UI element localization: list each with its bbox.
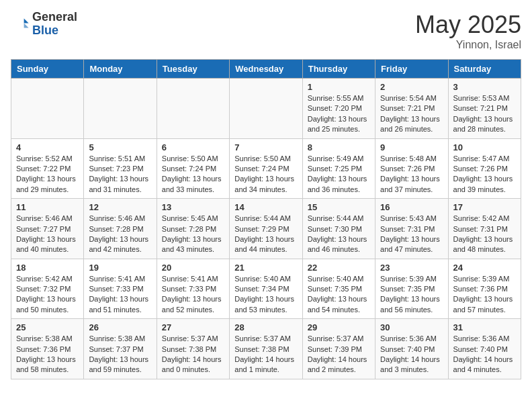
calendar-cell: 21Sunrise: 5:40 AMSunset: 7:34 PMDayligh… (230, 259, 302, 319)
calendar-cell: 18Sunrise: 5:42 AMSunset: 7:32 PMDayligh… (11, 259, 84, 319)
cell-info-line: Daylight: 13 hours (380, 174, 443, 184)
cell-info-line: Sunrise: 5:40 AM (308, 274, 370, 284)
calendar-cell: 24Sunrise: 5:39 AMSunset: 7:36 PMDayligh… (448, 259, 521, 319)
cell-info-line: and 33 minutes. (162, 185, 224, 195)
calendar-cell: 14Sunrise: 5:44 AMSunset: 7:29 PMDayligh… (230, 199, 302, 259)
cell-date-number: 22 (308, 263, 370, 273)
cell-date-number: 4 (16, 142, 79, 152)
cell-info-line: Daylight: 13 hours (16, 355, 79, 365)
cell-info-line: Sunset: 7:28 PM (162, 224, 224, 234)
cell-info-line: Sunset: 7:40 PM (380, 345, 443, 355)
cell-info-line: Sunrise: 5:53 AM (453, 93, 516, 103)
cell-date-number: 12 (89, 202, 151, 212)
calendar-cell: 17Sunrise: 5:42 AMSunset: 7:31 PMDayligh… (448, 199, 521, 259)
calendar-cell: 3Sunrise: 5:53 AMSunset: 7:21 PMDaylight… (448, 79, 521, 139)
svg-marker-0 (24, 18, 29, 23)
calendar-cell (157, 79, 229, 139)
cell-info-line: Daylight: 13 hours (308, 174, 370, 184)
cell-info-line: Sunset: 7:23 PM (89, 164, 151, 174)
calendar-cell: 28Sunrise: 5:37 AMSunset: 7:38 PMDayligh… (230, 319, 302, 379)
cell-info-line: Sunset: 7:26 PM (380, 164, 443, 174)
calendar-cell: 4Sunrise: 5:52 AMSunset: 7:22 PMDaylight… (11, 138, 84, 199)
calendar-cell (84, 79, 157, 139)
cell-info-line: Sunset: 7:40 PM (453, 345, 516, 355)
cell-info-line: Sunset: 7:36 PM (453, 284, 516, 294)
calendar-cell: 29Sunrise: 5:37 AMSunset: 7:39 PMDayligh… (302, 319, 375, 379)
week-row-2: 4Sunrise: 5:52 AMSunset: 7:22 PMDaylight… (11, 138, 521, 199)
cell-info-line: and 2 minutes. (308, 365, 370, 375)
cell-info-line: Sunset: 7:24 PM (234, 164, 297, 174)
cell-date-number: 26 (89, 322, 151, 332)
cell-info-line: Sunrise: 5:38 AM (89, 334, 151, 344)
cell-info-line: Daylight: 13 hours (162, 174, 224, 184)
week-row-1: 1Sunrise: 5:55 AMSunset: 7:20 PMDaylight… (11, 79, 521, 139)
cell-info-line: Sunrise: 5:39 AM (453, 274, 516, 284)
month-year-title: May 2025 (415, 11, 521, 39)
cell-info-line: Sunset: 7:28 PM (89, 224, 151, 234)
cell-date-number: 14 (234, 202, 297, 212)
cell-date-number: 31 (453, 322, 516, 332)
calendar-cell: 23Sunrise: 5:39 AMSunset: 7:35 PMDayligh… (375, 259, 448, 319)
cell-date-number: 9 (380, 142, 443, 152)
cell-info-line: Sunset: 7:21 PM (453, 103, 516, 113)
cell-info-line: Sunset: 7:24 PM (162, 164, 224, 174)
calendar-cell: 10Sunrise: 5:47 AMSunset: 7:26 PMDayligh… (448, 138, 521, 199)
page-header: General Blue May 2025 Yinnon, Israel (11, 11, 521, 51)
cell-info-line: and 40 minutes. (16, 244, 79, 255)
header-day-saturday: Saturday (448, 60, 521, 79)
cell-info-line: Sunrise: 5:47 AM (453, 154, 516, 164)
cell-info-line: Sunrise: 5:50 AM (162, 154, 224, 164)
header-day-sunday: Sunday (11, 60, 84, 79)
cell-info-line: and 37 minutes. (380, 185, 443, 195)
cell-info-line: Sunset: 7:38 PM (162, 345, 224, 355)
cell-info-line: and 44 minutes. (234, 244, 297, 255)
cell-info-line: Sunset: 7:25 PM (308, 164, 370, 174)
calendar-cell: 26Sunrise: 5:38 AMSunset: 7:37 PMDayligh… (84, 319, 157, 379)
week-row-5: 25Sunrise: 5:38 AMSunset: 7:36 PMDayligh… (11, 319, 521, 379)
cell-info-line: Sunrise: 5:39 AM (380, 274, 443, 284)
calendar-cell: 30Sunrise: 5:36 AMSunset: 7:40 PMDayligh… (375, 319, 448, 379)
cell-info-line: and 47 minutes. (380, 244, 443, 255)
cell-date-number: 21 (234, 263, 297, 273)
cell-info-line: Sunset: 7:34 PM (234, 284, 297, 294)
header-day-wednesday: Wednesday (230, 60, 302, 79)
cell-info-line: and 4 minutes. (453, 365, 516, 375)
cell-info-line: and 39 minutes. (453, 185, 516, 195)
cell-info-line: Sunrise: 5:48 AM (380, 154, 443, 164)
logo: General Blue (11, 11, 77, 38)
cell-date-number: 25 (16, 322, 79, 332)
cell-info-line: Daylight: 13 hours (162, 294, 224, 304)
cell-date-number: 24 (453, 263, 516, 273)
cell-info-line: Daylight: 13 hours (234, 294, 297, 304)
cell-info-line: Sunset: 7:31 PM (453, 224, 516, 234)
cell-info-line: Sunrise: 5:49 AM (308, 154, 370, 164)
cell-info-line: and 1 minute. (234, 365, 297, 375)
cell-info-line: Sunset: 7:29 PM (234, 224, 297, 234)
header-day-friday: Friday (375, 60, 448, 79)
svg-marker-1 (24, 23, 29, 28)
cell-info-line: and 0 minutes. (162, 365, 224, 375)
cell-info-line: Daylight: 13 hours (234, 174, 297, 184)
cell-info-line: Daylight: 13 hours (162, 234, 224, 244)
cell-info-line: Daylight: 14 hours (234, 355, 297, 365)
header-row: SundayMondayTuesdayWednesdayThursdayFrid… (11, 60, 521, 79)
cell-date-number: 16 (380, 202, 443, 212)
cell-info-line: Sunrise: 5:42 AM (453, 214, 516, 224)
cell-info-line: Sunrise: 5:44 AM (308, 214, 370, 224)
cell-info-line: and 57 minutes. (453, 305, 516, 315)
cell-date-number: 1 (308, 82, 370, 92)
cell-info-line: Sunrise: 5:36 AM (453, 334, 516, 344)
cell-info-line: Sunset: 7:35 PM (380, 284, 443, 294)
cell-info-line: Sunrise: 5:54 AM (380, 93, 443, 103)
week-row-3: 11Sunrise: 5:46 AMSunset: 7:27 PMDayligh… (11, 199, 521, 259)
cell-info-line: Daylight: 13 hours (16, 294, 79, 304)
cell-info-line: Sunrise: 5:40 AM (234, 274, 297, 284)
calendar-cell: 9Sunrise: 5:48 AMSunset: 7:26 PMDaylight… (375, 138, 448, 199)
cell-info-line: Sunset: 7:31 PM (380, 224, 443, 234)
cell-info-line: Daylight: 13 hours (234, 234, 297, 244)
cell-info-line: and 42 minutes. (89, 244, 151, 255)
cell-info-line: Sunset: 7:35 PM (308, 284, 370, 294)
calendar-cell: 27Sunrise: 5:37 AMSunset: 7:38 PMDayligh… (157, 319, 229, 379)
calendar-table: SundayMondayTuesdayWednesdayThursdayFrid… (11, 59, 521, 379)
cell-date-number: 23 (380, 263, 443, 273)
